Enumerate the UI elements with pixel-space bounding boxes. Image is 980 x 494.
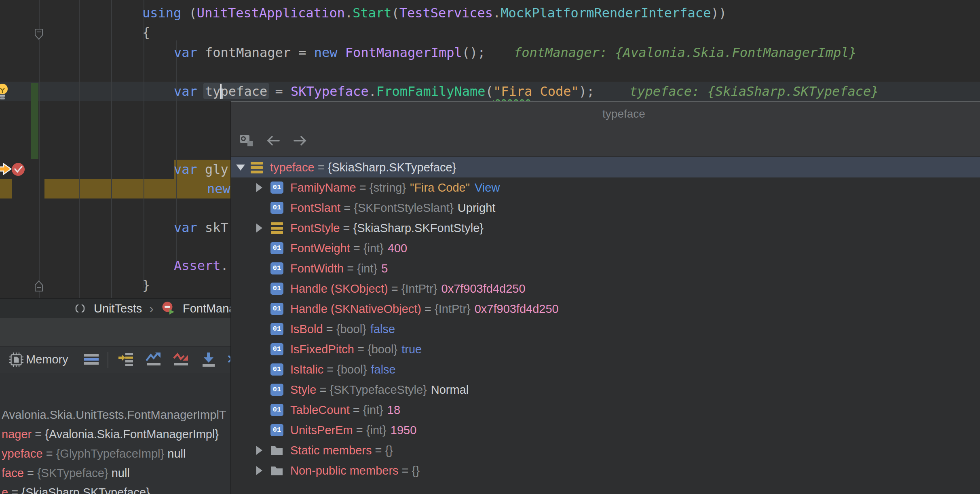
member-type: {bool} bbox=[337, 363, 367, 376]
member-type: {SkiaSharp.SKTypeface} bbox=[328, 161, 456, 174]
code-token: ( bbox=[392, 5, 399, 21]
code-line[interactable]: using (UnitTestApplication.Start(TestSer… bbox=[142, 3, 727, 23]
variable-text: = bbox=[8, 486, 21, 494]
quick-fix-lightbulb-icon[interactable] bbox=[0, 83, 11, 103]
code-line[interactable]: new bbox=[207, 179, 230, 198]
expander-triangle bbox=[256, 224, 262, 232]
member-value: 5 bbox=[381, 262, 388, 275]
variable-row[interactable]: nager = {Avalonia.Skia.FontManagerImpl} bbox=[2, 427, 219, 441]
code-token: skT bbox=[205, 220, 228, 235]
variable-row[interactable]: e = {SkiaSharp.SKTypeface} bbox=[2, 485, 150, 494]
view-value-link[interactable]: View bbox=[475, 181, 500, 194]
memory-tab-label[interactable]: Memory bbox=[26, 353, 68, 366]
tree-row[interactable]: 01Handle (SKObject) = {IntPtr}0x7f903fd4… bbox=[231, 279, 980, 299]
object-value-icon bbox=[271, 222, 283, 234]
property-icon: 01 bbox=[270, 283, 284, 295]
code-line[interactable]: } bbox=[142, 275, 150, 295]
back-arrow-icon[interactable] bbox=[265, 134, 281, 149]
member-type: {int} bbox=[366, 424, 387, 437]
variable-text: {SkiaSharp.SKTypeface} bbox=[21, 486, 150, 494]
tree-row[interactable]: 01IsItalic = {bool}false bbox=[231, 359, 980, 380]
property-value-icon: 01 bbox=[270, 242, 283, 254]
tree-row[interactable]: 01FontSlant = {SKFontStyleSlant}Upright bbox=[231, 198, 980, 218]
fold-marker-icon[interactable] bbox=[34, 28, 44, 42]
variable-text: ypeface bbox=[2, 447, 43, 460]
code-token: TestServices bbox=[399, 5, 493, 21]
collapse-expander-icon[interactable] bbox=[234, 165, 250, 171]
variable-row[interactable]: face = {SKTypeface} null bbox=[2, 466, 130, 480]
forward-arrow-icon[interactable] bbox=[292, 134, 308, 149]
tree-row[interactable]: 01Style = {SKTypefaceStyle}Normal bbox=[231, 380, 980, 400]
tree-row[interactable]: 01FamilyName = {string}"Fira Code"View bbox=[231, 177, 980, 198]
variable-text: nager bbox=[2, 428, 32, 441]
member-type: {IntPtr} bbox=[401, 282, 437, 296]
member-value: Upright bbox=[458, 201, 496, 215]
tree-row[interactable]: 01IsFixedPitch = {bool}true bbox=[231, 339, 980, 359]
variable-text: = bbox=[43, 447, 56, 460]
expander-triangle bbox=[256, 466, 262, 475]
code-tag-icon bbox=[73, 301, 87, 316]
member-name: Static members bbox=[290, 444, 372, 457]
tree-row[interactable]: Static members = {} bbox=[231, 440, 980, 460]
code-line[interactable]: var fontManager = new FontManagerImpl(); bbox=[174, 43, 486, 62]
popup-header: typeface bbox=[231, 102, 980, 157]
fold-marker-icon[interactable] bbox=[34, 280, 44, 293]
tree-row[interactable]: 01FontWeight = {int}400 bbox=[231, 238, 980, 258]
property-icon: 01 bbox=[270, 404, 284, 416]
tree-row[interactable]: 01Handle (SKNativeObject) = {IntPtr}0x7f… bbox=[231, 299, 980, 319]
member-value: true bbox=[401, 343, 422, 356]
variable-row[interactable]: Avalonia.Skia.UnitTests.FontManagerImplT bbox=[2, 407, 226, 422]
code-line[interactable]: var gly bbox=[174, 160, 228, 179]
variable-text: = bbox=[24, 467, 37, 479]
code-line[interactable]: var typeface = SKTypeface.FromFamilyName… bbox=[174, 82, 594, 101]
member-name: typeface bbox=[270, 161, 315, 174]
breakpoint-icon[interactable] bbox=[11, 162, 26, 179]
code-token: ( bbox=[486, 84, 493, 99]
allocations-chart-blue-icon[interactable] bbox=[146, 352, 162, 369]
inline-debugger-hint: typeface: {SkiaSharp.SKTypeface} bbox=[629, 82, 879, 101]
tree-row[interactable]: typeface = {SkiaSharp.SKTypeface} bbox=[231, 157, 980, 177]
code-token: MockPlatformRenderInterface bbox=[501, 5, 711, 21]
code-token: Start bbox=[353, 5, 391, 21]
property-value-icon: 01 bbox=[270, 343, 283, 355]
expander-triangle bbox=[256, 446, 262, 455]
tree-row[interactable]: 01FontWidth = {int}5 bbox=[231, 258, 980, 279]
inline-debugger-hint: fontManager: {Avalonia.Skia.FontManagerI… bbox=[514, 43, 857, 62]
breadcrumb-item[interactable]: UnitTests bbox=[94, 302, 142, 315]
code-token: var bbox=[174, 84, 205, 99]
variable-row[interactable]: ypeface = {GlyphTypefaceImpl} null bbox=[2, 446, 186, 461]
tree-row[interactable]: 01UnitsPerEm = {int}1950 bbox=[231, 420, 980, 440]
code-token: var bbox=[174, 162, 205, 177]
tree-row[interactable]: FontStyle = {SkiaSharp.SKFontStyle} bbox=[231, 218, 980, 238]
collect-memory-icon[interactable] bbox=[201, 352, 217, 369]
expand-expander-icon[interactable] bbox=[254, 183, 270, 192]
code-token: Assert bbox=[174, 258, 221, 273]
expand-expander-icon[interactable] bbox=[254, 224, 270, 232]
equals-sign: = bbox=[388, 282, 401, 296]
class-run-icon bbox=[161, 301, 176, 316]
add-to-watches-icon[interactable] bbox=[239, 133, 255, 150]
tree-row[interactable]: 01TableCount = {int}18 bbox=[231, 400, 980, 420]
code-line[interactable]: var skT bbox=[174, 218, 228, 237]
object-value-icon bbox=[251, 162, 263, 173]
popup-title: typeface bbox=[231, 108, 980, 120]
tree-row[interactable]: Non-public members = {} bbox=[231, 460, 980, 481]
property-value-icon: 01 bbox=[270, 323, 283, 335]
code-line[interactable]: Assert. bbox=[174, 256, 228, 275]
code-token: = bbox=[298, 45, 306, 60]
track-instances-icon[interactable] bbox=[118, 352, 134, 369]
code-token: typeface bbox=[205, 84, 267, 99]
tree-row[interactable]: 01IsBold = {bool}false bbox=[231, 319, 980, 339]
code-token: ); bbox=[579, 84, 595, 99]
expand-expander-icon[interactable] bbox=[254, 466, 270, 475]
property-value-icon: 01 bbox=[270, 363, 283, 376]
folder-icon bbox=[270, 445, 284, 456]
object-icon bbox=[250, 162, 264, 173]
code-line[interactable]: { bbox=[142, 23, 150, 42]
chevron-right-icon: › bbox=[149, 301, 154, 316]
expand-expander-icon[interactable] bbox=[254, 446, 270, 455]
equals-sign: = bbox=[340, 201, 354, 215]
member-name: UnitsPerEm bbox=[290, 424, 353, 437]
deallocations-chart-red-icon[interactable] bbox=[173, 352, 189, 369]
list-view-icon[interactable] bbox=[83, 352, 99, 368]
